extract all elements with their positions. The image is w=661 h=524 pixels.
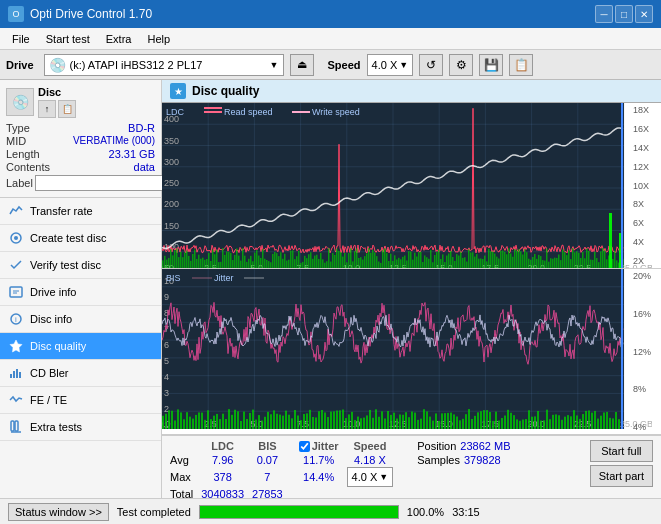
- transfer-rate-icon: [8, 203, 24, 219]
- disc-length-row: Length 23.31 GB: [6, 148, 155, 160]
- svg-text:i: i: [15, 315, 17, 324]
- charts-area: 18X16X14X12X10X8X6X4X2X 20%16%12%8%4%: [162, 103, 661, 435]
- stats-avg-speed: 4.18 X: [347, 454, 402, 467]
- drive-label: Drive: [6, 59, 34, 71]
- minimize-button[interactable]: ─: [595, 5, 613, 23]
- menu-file[interactable]: File: [4, 31, 38, 47]
- disc-mid-row: MID VERBATIMe (000): [6, 135, 155, 147]
- samples-row: Samples 379828: [417, 454, 510, 466]
- nav-disc-info[interactable]: i Disc info: [0, 306, 161, 333]
- main-content: ★ Disc quality 18X16X14X12X10X8X6X4X2X 2…: [162, 80, 661, 498]
- nav-disc-quality[interactable]: Disc quality: [0, 333, 161, 360]
- jitter-checkbox[interactable]: [299, 441, 310, 452]
- start-part-button[interactable]: Start part: [590, 465, 653, 487]
- verify-test-disc-icon: [8, 257, 24, 273]
- disc-quality-icon: [8, 338, 24, 354]
- stats-col-spacer: [291, 440, 299, 454]
- stats-position: Position 23862 MB Samples 379828: [417, 440, 510, 466]
- main-layout: 💿 Disc ↑ 📋 Type BD-R MID VERBATIMe (000)…: [0, 80, 661, 498]
- label-input[interactable]: [35, 175, 168, 191]
- position-label: Position: [417, 440, 456, 452]
- stats-avg-bis: 0.07: [252, 454, 291, 467]
- create-test-disc-icon: [8, 230, 24, 246]
- svg-marker-7: [10, 340, 22, 352]
- svg-rect-13: [15, 421, 18, 431]
- maximize-button[interactable]: □: [615, 5, 633, 23]
- settings-button[interactable]: ⚙: [449, 54, 473, 76]
- close-button[interactable]: ✕: [635, 5, 653, 23]
- nav-drive-info-label: Drive info: [30, 286, 76, 298]
- drive-select-text: (k:) ATAPI iHBS312 2 PL17: [70, 59, 266, 71]
- menu-start-test[interactable]: Start test: [38, 31, 98, 47]
- disc-section: 💿 Disc ↑ 📋 Type BD-R MID VERBATIMe (000)…: [0, 80, 161, 198]
- stats-max-ldc: 378: [201, 467, 252, 488]
- speed-value: 4.0 X: [372, 59, 398, 71]
- nav-extra-tests[interactable]: Extra tests: [0, 414, 161, 441]
- nav-verify-test-disc-label: Verify test disc: [30, 259, 101, 271]
- drive-info-icon: [8, 284, 24, 300]
- stats-total-label: Total: [170, 488, 201, 498]
- status-text: Test completed: [117, 506, 191, 518]
- disc-contents-row: Contents data: [6, 161, 155, 173]
- position-value: 23862 MB: [460, 440, 510, 452]
- start-full-button[interactable]: Start full: [590, 440, 653, 462]
- stats-col-header-empty: [170, 440, 201, 454]
- refresh-button[interactable]: ↺: [419, 54, 443, 76]
- menu-bar: File Start test Extra Help: [0, 28, 661, 50]
- svg-rect-8: [10, 374, 12, 378]
- status-time: 33:15: [452, 506, 480, 518]
- svg-point-1: [14, 236, 18, 240]
- write-button[interactable]: 💾: [479, 54, 503, 76]
- status-window-button[interactable]: Status window >>: [8, 503, 109, 521]
- stats-col-speed: Speed: [347, 440, 402, 454]
- nav-verify-test-disc[interactable]: Verify test disc: [0, 252, 161, 279]
- stats-bar: LDC BIS Jitter Speed Avg 7.9: [162, 435, 661, 498]
- bis-chart-container: 20%16%12%8%4%: [162, 269, 661, 435]
- disc-action-btn2[interactable]: 📋: [58, 100, 76, 118]
- stats-avg-ldc: 7.96: [201, 454, 252, 467]
- stats-max-jitter: 14.4%: [299, 467, 347, 488]
- disc-action-btn1[interactable]: ↑: [38, 100, 56, 118]
- eject-button[interactable]: ⏏: [290, 54, 314, 76]
- speed-dropdown[interactable]: 4.0 X ▼: [347, 467, 394, 487]
- contents-value: data: [134, 161, 155, 173]
- svg-rect-11: [19, 372, 21, 378]
- stats-col-ldc: LDC: [201, 440, 252, 454]
- mid-label: MID: [6, 135, 26, 147]
- svg-rect-9: [13, 371, 15, 378]
- stats-table: LDC BIS Jitter Speed Avg 7.9: [170, 440, 401, 498]
- menu-extra[interactable]: Extra: [98, 31, 140, 47]
- disc-header: 💿 Disc ↑ 📋: [6, 86, 155, 118]
- stats-total-bis: 27853: [252, 488, 291, 498]
- mid-value: VERBATIMe (000): [73, 135, 155, 147]
- disc-quality-title: Disc quality: [192, 84, 259, 98]
- nav-drive-info[interactable]: Drive info: [0, 279, 161, 306]
- save-button[interactable]: 📋: [509, 54, 533, 76]
- stats-avg-label: Avg: [170, 454, 201, 467]
- type-value: BD-R: [128, 122, 155, 134]
- nav-create-test-disc[interactable]: Create test disc: [0, 225, 161, 252]
- extra-tests-icon: [8, 419, 24, 435]
- nav-transfer-rate[interactable]: Transfer rate: [0, 198, 161, 225]
- nav-cd-bler[interactable]: CD Bler: [0, 360, 161, 387]
- cd-bler-icon: [8, 365, 24, 381]
- stats-total-ldc: 3040833: [201, 488, 252, 498]
- speed-selector[interactable]: 4.0 X ▼: [367, 54, 414, 76]
- samples-value: 379828: [464, 454, 501, 466]
- menu-help[interactable]: Help: [139, 31, 178, 47]
- nav-fe-te[interactable]: FE / TE: [0, 387, 161, 414]
- app-icon: O: [8, 6, 24, 22]
- drive-selector[interactable]: 💿 (k:) ATAPI iHBS312 2 PL17 ▼: [44, 54, 284, 76]
- nav-extra-tests-label: Extra tests: [30, 421, 82, 433]
- svg-rect-12: [11, 421, 14, 431]
- label-label: Label: [6, 177, 33, 189]
- start-buttons: Start full Start part: [590, 440, 653, 487]
- title-bar: O Opti Drive Control 1.70 ─ □ ✕: [0, 0, 661, 28]
- nav-disc-quality-label: Disc quality: [30, 340, 86, 352]
- nav-transfer-rate-label: Transfer rate: [30, 205, 93, 217]
- progress-bar-fill: [200, 506, 398, 518]
- progress-pct: 100.0%: [407, 506, 444, 518]
- type-label: Type: [6, 122, 30, 134]
- length-value: 23.31 GB: [109, 148, 155, 160]
- disc-quality-icon-header: ★: [170, 83, 186, 99]
